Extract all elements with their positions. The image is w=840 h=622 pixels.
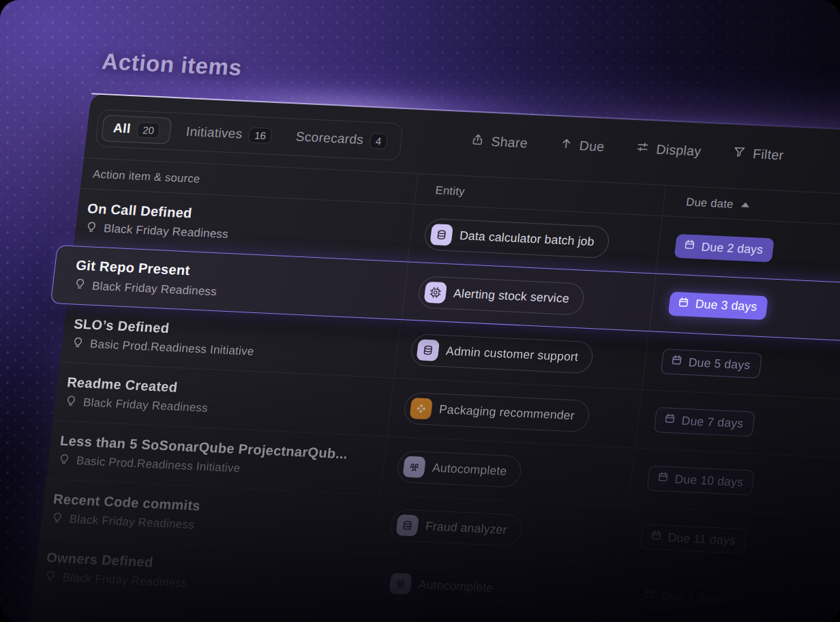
display-button[interactable]: Display — [635, 140, 702, 160]
action-item-source: Black Friday Readiness — [69, 513, 195, 533]
entity-label: Autocomplete — [432, 461, 508, 479]
database-icon — [430, 224, 453, 246]
lightbulb-icon — [85, 220, 99, 237]
entity-chip[interactable]: Admin customer support — [410, 334, 595, 374]
triangle-up-icon — [741, 202, 750, 207]
users-icon — [402, 456, 426, 478]
tab-initiatives-label: Initiatives — [185, 124, 243, 142]
due-badge[interactable]: Due 7 days — [654, 407, 755, 437]
share-label: Share — [490, 134, 528, 151]
sort-due-label: Due — [578, 138, 605, 155]
action-item-title: Recent Code commits — [52, 491, 201, 514]
filter-icon — [732, 145, 747, 162]
due-label: Due 2 days — [701, 239, 764, 256]
due-badge[interactable]: Due 5 days — [661, 349, 762, 379]
due-label: Due 5 days — [688, 355, 751, 372]
share-button[interactable]: Share — [470, 132, 528, 152]
action-items-panel: All 20 Initiatives 16 Scorecards 4 — [11, 93, 840, 622]
action-item-title: SLO’s Defined — [73, 316, 170, 336]
lightbulb-icon — [50, 511, 65, 527]
entity-chip[interactable]: Autocomplete — [395, 450, 523, 488]
due-label: Due 11 days — [667, 530, 736, 548]
lightbulb-icon — [57, 452, 72, 469]
sliders-icon — [635, 140, 650, 158]
action-item-source: Black Friday Readiness — [82, 396, 209, 415]
entity-chip[interactable]: Alerting stock service — [417, 276, 586, 315]
due-badge[interactable]: Due 11 days — [640, 524, 747, 554]
tab-all-count: 20 — [136, 121, 160, 138]
entity-label: Fraud analyzer — [425, 519, 508, 537]
action-item-source: Black Friday Readiness — [62, 571, 188, 591]
tab-scorecards-count: 4 — [370, 132, 388, 149]
toolbar: Share Due Display Filter — [470, 132, 785, 164]
entity-chip[interactable]: Packaging recommender — [402, 392, 590, 433]
entity-chip[interactable]: Autocomplete — [382, 567, 509, 604]
tab-all-label: All — [112, 121, 132, 136]
users-icon — [389, 573, 412, 595]
action-item-title: Git Repo Present — [75, 258, 191, 279]
entity-label: Packaging recommender — [438, 402, 575, 423]
filter-button[interactable]: Filter — [732, 145, 785, 164]
tab-all[interactable]: All 20 — [101, 115, 172, 145]
entity-label: Data calculator batch job — [459, 228, 595, 249]
share-icon — [470, 132, 485, 150]
action-item-source: Basic Prod.Readiness Initiative — [76, 454, 241, 475]
action-item-title: Readme Created — [66, 374, 179, 396]
calendar-icon — [663, 412, 677, 428]
due-label: Due 7 days — [660, 589, 723, 606]
calendar-icon — [682, 239, 696, 254]
tab-group: All 20 Initiatives 16 Scorecards 4 — [95, 108, 403, 160]
filter-label: Filter — [752, 146, 785, 163]
database-icon — [416, 339, 440, 361]
chip-icon — [423, 281, 447, 303]
due-badge[interactable]: Due 7 days — [633, 582, 734, 612]
action-item-source: Basic Prod.Readiness Initiative — [89, 338, 255, 359]
lightbulb-icon — [64, 394, 78, 411]
due-label: Due 10 days — [674, 472, 745, 490]
table-body: On Call Defined Black Friday Readiness D… — [25, 189, 840, 622]
tab-initiatives-count: 16 — [248, 127, 272, 143]
entity-label: Alerting stock service — [453, 286, 570, 306]
lightbulb-icon — [71, 336, 85, 352]
action-item-title: Has a d... — [38, 618, 101, 622]
due-badge[interactable]: Due 10 days — [647, 466, 755, 496]
move-arrows-icon — [409, 398, 433, 419]
sort-due-button[interactable]: Due — [558, 136, 605, 156]
action-item-source: Black Friday Readiness — [91, 279, 217, 299]
action-item-title: On Call Defined — [87, 201, 193, 221]
calendar-icon — [642, 587, 656, 603]
tab-scorecards[interactable]: Scorecards 4 — [286, 123, 397, 153]
calendar-icon — [677, 296, 691, 312]
due-badge[interactable]: Due 2 days — [674, 234, 774, 263]
entity-label: Admin customer support — [445, 344, 579, 364]
due-label: Due 3 days — [695, 297, 758, 314]
arrow-up-icon — [558, 136, 573, 154]
entity-label: Autocomplete — [418, 578, 494, 595]
tab-scorecards-label: Scorecards — [295, 130, 365, 148]
action-item-title: Owners Defined — [46, 550, 154, 570]
display-label: Display — [655, 141, 702, 159]
calendar-icon — [649, 529, 663, 545]
lightbulb-icon — [73, 277, 87, 293]
due-badge[interactable]: Due 3 days — [668, 291, 768, 320]
action-item-source: Black Friday Readiness — [103, 222, 229, 241]
database-icon — [395, 514, 419, 536]
hero-scene: Action items All 20 Initiatives 16 Score… — [0, 0, 840, 622]
calendar-icon — [656, 471, 670, 486]
entity-chip[interactable]: Data calculator batch job — [423, 218, 610, 258]
lightbulb-icon — [44, 569, 58, 585]
entity-chip[interactable]: Fraud analyzer — [389, 509, 523, 547]
tab-initiatives[interactable]: Initiatives 16 — [176, 119, 282, 149]
calendar-icon — [670, 354, 684, 370]
due-label: Due 7 days — [681, 413, 745, 430]
